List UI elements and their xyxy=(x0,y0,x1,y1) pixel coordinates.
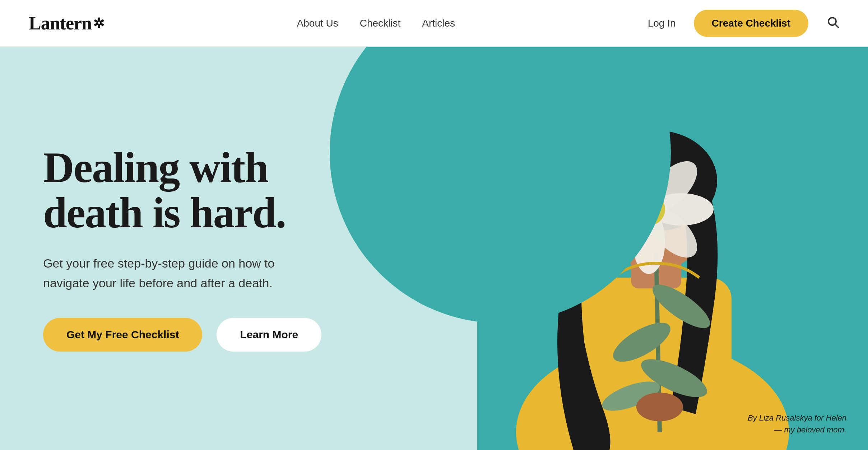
svg-line-1 xyxy=(835,24,838,27)
get-checklist-button[interactable]: Get My Free Checklist xyxy=(43,318,202,352)
learn-more-button[interactable]: Learn More xyxy=(217,318,321,352)
logo[interactable]: Lantern✲ xyxy=(29,13,104,34)
hero-title: Dealing with death is hard. xyxy=(43,145,316,236)
login-link[interactable]: Log In xyxy=(648,18,676,29)
navbar: Lantern✲ About Us Checklist Articles Log… xyxy=(0,0,868,47)
nav-about-us[interactable]: About Us xyxy=(297,18,338,29)
create-checklist-button[interactable]: Create Checklist xyxy=(694,10,808,37)
logo-text: Lantern xyxy=(29,13,92,34)
attribution-line1: By Liza Rusalskya for Helen xyxy=(748,413,846,422)
hero-content: Dealing with death is hard. Get your fre… xyxy=(0,116,359,380)
nav-right: Log In Create Checklist xyxy=(648,10,839,37)
logo-spark: ✲ xyxy=(93,15,104,31)
nav-links: About Us Checklist Articles xyxy=(297,18,455,29)
nav-articles[interactable]: Articles xyxy=(422,18,455,29)
search-icon-button[interactable] xyxy=(826,15,839,31)
attribution-line2: — my beloved mom. xyxy=(774,425,846,434)
svg-point-23 xyxy=(636,393,683,421)
search-icon xyxy=(826,15,839,28)
hero-subtitle: Get your free step-by-step guide on how … xyxy=(43,254,316,293)
attribution: By Liza Rusalskya for Helen — my beloved… xyxy=(748,412,846,436)
hero-section: Dealing with death is hard. Get your fre… xyxy=(0,47,868,450)
nav-checklist[interactable]: Checklist xyxy=(360,18,401,29)
hero-buttons: Get My Free Checklist Learn More xyxy=(43,318,316,352)
